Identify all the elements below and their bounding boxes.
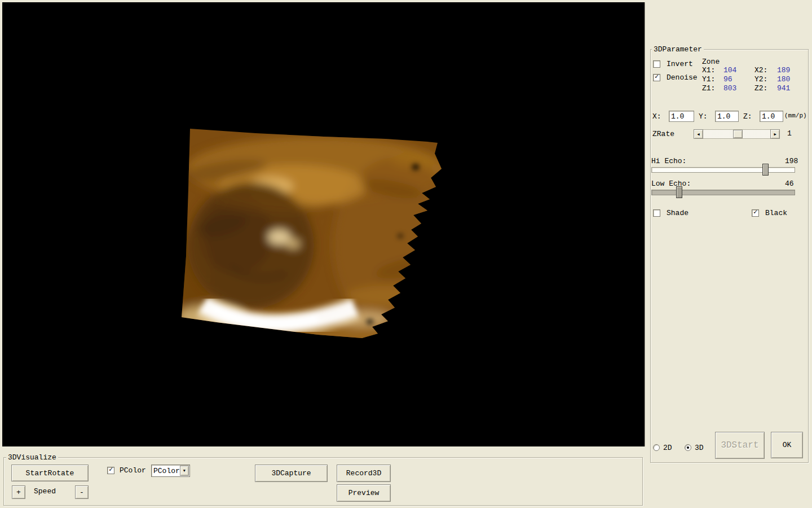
parameter-groupbox-title: 3DParameter <box>652 45 704 54</box>
radio-dot-icon <box>687 446 689 449</box>
black-label: Black <box>765 209 787 217</box>
invert-checkbox[interactable]: ✓ <box>653 60 660 68</box>
check-icon: ✓ <box>108 467 114 473</box>
zrate-track[interactable] <box>703 129 770 139</box>
capture-3d-button[interactable]: 3DCapture <box>255 465 328 482</box>
low-echo-label: Low Echo: <box>651 179 691 188</box>
zone-y1-value: 96 <box>723 75 732 84</box>
zone-y2-label: Y2: <box>754 75 767 84</box>
hi-echo-label: Hi Echo: <box>651 157 686 165</box>
zone-z2-value: 941 <box>777 84 790 93</box>
ultrasound-render <box>2 2 645 446</box>
ultrasound-3d-app: { "parameter_panel": { "title": "3DParam… <box>0 0 812 508</box>
voxel-y-label: Y: <box>699 112 708 121</box>
zrate-label: ZRate <box>652 130 674 138</box>
zone-z1-value: 803 <box>723 84 736 93</box>
record-3d-button[interactable]: Record3D <box>337 465 391 482</box>
pcolor-dropdown[interactable]: PColor ▼ <box>151 465 190 477</box>
mode-2d-radio[interactable] <box>653 444 660 451</box>
visualize-groupbox-title: 3DVisualize <box>6 453 58 462</box>
mode-3d-label: 3D <box>695 444 704 452</box>
speed-label: Speed <box>34 487 56 496</box>
low-echo-value: 46 <box>785 179 794 188</box>
pcolor-checkbox[interactable]: ✓ <box>107 467 114 474</box>
zrate-value: 1 <box>787 129 792 138</box>
low-echo-thumb[interactable] <box>676 186 682 198</box>
voxel-x-input[interactable] <box>669 111 694 122</box>
voxel-z-input[interactable] <box>760 111 783 122</box>
zrate-scrollbar: ◀ ▶ <box>694 129 780 139</box>
zrate-right-arrow-icon[interactable]: ▶ <box>770 129 780 139</box>
invert-label: Invert <box>667 60 693 68</box>
zone-y2-value: 180 <box>777 75 790 84</box>
shade-label: Shade <box>667 209 689 217</box>
pcolor-dropdown-value: PColor <box>152 467 180 475</box>
zone-x1-value: 104 <box>723 66 736 75</box>
render-canvas[interactable] <box>2 2 645 446</box>
speed-minus-button[interactable]: - <box>75 485 89 499</box>
zrate-left-arrow-icon[interactable]: ◀ <box>694 129 703 139</box>
voxel-y-input[interactable] <box>715 111 739 122</box>
speed-plus-button[interactable]: + <box>12 485 25 499</box>
voxel-z-label: Z: <box>743 112 752 121</box>
zone-x2-label: X2: <box>754 66 767 75</box>
zone-z2-label: Z2: <box>754 84 767 93</box>
low-echo-slider[interactable] <box>651 190 795 195</box>
black-checkbox[interactable]: ✓ <box>752 209 759 217</box>
preview-button[interactable]: Preview <box>337 484 391 502</box>
zone-x2-value: 189 <box>777 66 790 75</box>
check-icon: ✓ <box>654 74 660 80</box>
voxel-unit-label: (mm/p) <box>784 112 807 120</box>
voxel-x-label: X: <box>652 112 661 121</box>
chevron-down-icon[interactable]: ▼ <box>180 466 189 476</box>
denoise-checkbox[interactable]: ✓ <box>653 74 660 81</box>
zrate-thumb[interactable] <box>733 130 743 138</box>
start-rotate-button[interactable]: StartRotate <box>11 465 89 481</box>
mode-3d-radio[interactable] <box>685 444 691 451</box>
ok-button[interactable]: OK <box>771 432 803 458</box>
start3d-button[interactable]: 3DStart <box>715 432 765 459</box>
check-icon: ✓ <box>752 209 758 216</box>
zone-z1-label: Z1: <box>702 84 715 93</box>
zone-y1-label: Y1: <box>702 75 715 84</box>
zone-label: Zone <box>702 58 720 66</box>
zone-x1-label: X1: <box>702 66 715 75</box>
hi-echo-value: 198 <box>785 157 798 165</box>
pcolor-label: PColor <box>120 466 146 475</box>
hi-echo-slider[interactable] <box>651 167 795 173</box>
hi-echo-thumb[interactable] <box>762 164 769 176</box>
denoise-label: Denoise <box>667 73 698 82</box>
mode-2d-label: 2D <box>663 444 672 452</box>
shade-checkbox[interactable]: ✓ <box>653 209 660 217</box>
